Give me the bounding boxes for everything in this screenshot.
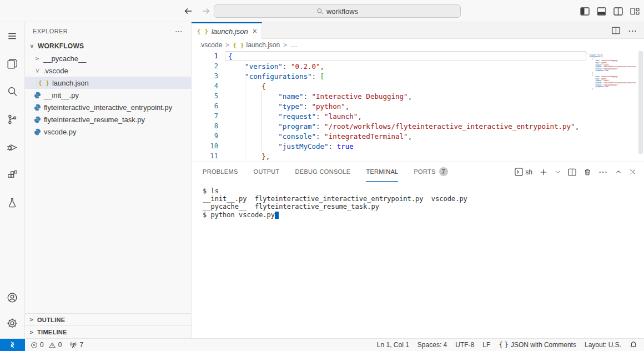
line-number: 4 — [192, 82, 218, 90]
menu-icon[interactable] — [5, 29, 19, 43]
breadcrumb-item[interactable]: … — [290, 41, 297, 49]
tree-indent-guide — [37, 77, 37, 89]
kill-terminal-icon[interactable] — [583, 168, 591, 176]
panel-tab-terminal[interactable]: TERMINAL — [366, 162, 398, 182]
code-line-6[interactable]: 6 "type": "python", — [192, 101, 644, 111]
bottom-panel: PROBLEMSOUTPUTDEBUG CONSOLETERMINALPORTS… — [192, 162, 644, 338]
extensions-icon[interactable] — [5, 168, 19, 182]
panel-tab-debug-console[interactable]: DEBUG CONSOLE — [295, 162, 351, 182]
code-line-text: "version": "0.2.0", — [228, 62, 324, 71]
code-line-5[interactable]: 5 "name": "Interactive Debugging", — [192, 91, 644, 101]
tree-item--init-py[interactable]: __init__.py — [25, 89, 191, 101]
customize-layout-icon[interactable] — [630, 7, 640, 16]
split-editor-icon[interactable] — [612, 27, 620, 34]
settings-gear-icon[interactable] — [5, 316, 19, 330]
command-center-search[interactable]: workflows — [214, 4, 461, 18]
tree-item--pycache-[interactable]: >__pycache__ — [25, 52, 191, 64]
testing-icon[interactable] — [5, 195, 19, 210]
maximize-panel-icon[interactable] — [615, 169, 622, 176]
tab-launch-json[interactable]: { } launch.json × — [192, 22, 262, 39]
tree-item-label: flyteinteractive_interactive_entrypoint.… — [44, 103, 172, 112]
code-line-10[interactable]: 10 "justMyCode": true — [192, 141, 644, 151]
terminal-dropdown-icon[interactable] — [555, 169, 561, 175]
remote-indicator[interactable] — [0, 339, 25, 351]
breadcrumb-label: .vscode — [199, 41, 222, 49]
breadcrumb-item[interactable]: .vscode — [199, 41, 222, 49]
code-line-7[interactable]: 7 "request": "launch", — [192, 111, 644, 121]
code-editor[interactable]: 1{2 "version": "0.2.0",3 "configurations… — [192, 51, 644, 162]
sidebar-title: EXPLORER — [33, 28, 68, 34]
panel-tab-problems[interactable]: PROBLEMS — [203, 162, 238, 182]
navigate-back-button[interactable] — [182, 5, 194, 17]
json-icon: { } — [197, 28, 208, 35]
toggle-panel-icon[interactable] — [597, 7, 606, 16]
code-line-text: }, — [228, 152, 270, 161]
ports-status[interactable]: 7 — [69, 341, 83, 349]
search-sidebar-icon[interactable] — [5, 84, 19, 99]
explorer-more-actions-icon[interactable]: ⋯ — [175, 27, 183, 36]
run-debug-icon[interactable] — [5, 140, 19, 154]
tree-item-label: launch.json — [52, 79, 89, 87]
radio-tower-icon — [69, 341, 77, 349]
code-line-1[interactable]: 1{ — [192, 51, 644, 61]
sidebar-section-timeline[interactable]: >TIMELINE — [25, 326, 191, 338]
indent-guide — [261, 91, 262, 151]
line-number: 11 — [192, 152, 218, 160]
panel-tab-label: PORTS — [414, 168, 435, 175]
python-icon — [34, 128, 41, 136]
line-number: 1 — [192, 52, 218, 60]
code-line-text: { — [228, 82, 266, 91]
line-number: 7 — [192, 112, 218, 120]
code-line-4[interactable]: 4 { — [192, 81, 644, 91]
status-spaces-4[interactable]: Spaces: 4 — [417, 341, 447, 349]
status-layout-u-s-[interactable]: Layout: U.S. — [585, 341, 621, 349]
explorer-icon[interactable] — [5, 57, 19, 71]
close-panel-icon[interactable] — [629, 168, 636, 176]
editor-scrollbar[interactable] — [638, 51, 643, 154]
code-line-text: "program": "/root/workflows/flyteinterac… — [228, 122, 579, 131]
line-number: 6 — [192, 102, 218, 110]
title-bar: workflows — [0, 0, 644, 22]
terminal-output[interactable]: $ ls__init__.py flyteinteractive_interac… — [192, 182, 644, 219]
toggle-primary-sidebar-icon[interactable] — [580, 7, 590, 16]
sidebar-section-outline[interactable]: >OUTLINE — [25, 314, 191, 326]
panel-tab-output[interactable]: OUTPUT — [254, 162, 280, 182]
status-label: LF — [482, 341, 490, 349]
tree-item-vscode-py[interactable]: vscode.py — [25, 126, 191, 138]
split-terminal-icon[interactable] — [568, 168, 576, 176]
breadcrumb-item[interactable]: { }launch.json — [233, 41, 280, 49]
breadcrumb-separator: > — [225, 41, 229, 49]
status-ln-1-col-1[interactable]: Ln 1, Col 1 — [377, 341, 409, 349]
line-number: 9 — [192, 132, 218, 140]
minimap[interactable]: { "version": "0.2.0", "configurations": … — [586, 52, 636, 161]
code-line-11[interactable]: 11 }, — [192, 151, 644, 161]
tree-item-flyteinteractive-resume-task-py[interactable]: flyteinteractive_resume_task.py — [25, 113, 191, 126]
tab-close-icon[interactable]: × — [253, 27, 257, 36]
source-control-icon[interactable] — [5, 112, 19, 127]
status-label: Ln 1, Col 1 — [377, 341, 409, 349]
status-utf-8[interactable]: UTF-8 — [455, 341, 474, 349]
new-terminal-icon[interactable] — [540, 168, 547, 176]
tree-root-workflows[interactable]: >WORKFLOWS — [25, 40, 191, 52]
status-lf[interactable]: LF — [482, 341, 490, 349]
code-line-3[interactable]: 3 "configurations": [ — [192, 71, 644, 81]
code-line-8[interactable]: 8 "program": "/root/workflows/flyteinter… — [192, 121, 644, 131]
navigate-forward-button[interactable] — [200, 5, 212, 17]
code-line-2[interactable]: 2 "version": "0.2.0", — [192, 61, 644, 71]
tree-item--vscode[interactable]: >.vscode — [25, 64, 191, 77]
panel-tab-ports[interactable]: PORTS7 — [414, 162, 447, 182]
tree-item-label: vscode.py — [44, 128, 77, 136]
status-json-with-comments[interactable]: { }JSON with Comments — [499, 341, 576, 349]
editor-more-actions-icon[interactable]: ⋯ — [628, 26, 637, 36]
line-number: 8 — [192, 122, 218, 130]
notifications-bell-icon[interactable] — [630, 341, 637, 349]
chevron-right-icon: > — [28, 329, 35, 336]
toggle-secondary-sidebar-icon[interactable] — [613, 7, 623, 16]
panel-more-actions-icon[interactable]: ⋯ — [598, 167, 608, 177]
account-icon[interactable] — [5, 290, 19, 305]
tree-item-flyteinteractive-interactive-entrypoint-py[interactable]: flyteinteractive_interactive_entrypoint.… — [25, 101, 191, 113]
problems-status[interactable]: 0 0 — [31, 341, 62, 349]
tree-item-launch-json[interactable]: { }launch.json — [25, 77, 191, 89]
terminal-instance[interactable]: sh — [515, 168, 532, 176]
code-line-9[interactable]: 9 "console": "integratedTerminal", — [192, 131, 644, 141]
